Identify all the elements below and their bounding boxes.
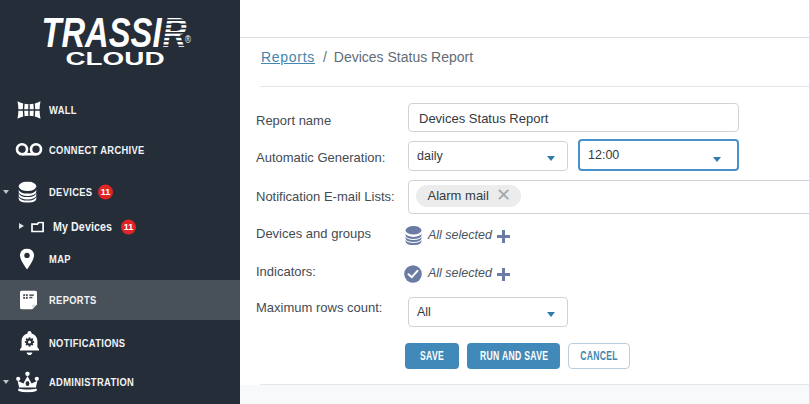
svg-text:CLOUD: CLOUD	[66, 49, 165, 69]
svg-text:R: R	[163, 9, 188, 56]
svg-text:®: ®	[185, 33, 192, 46]
